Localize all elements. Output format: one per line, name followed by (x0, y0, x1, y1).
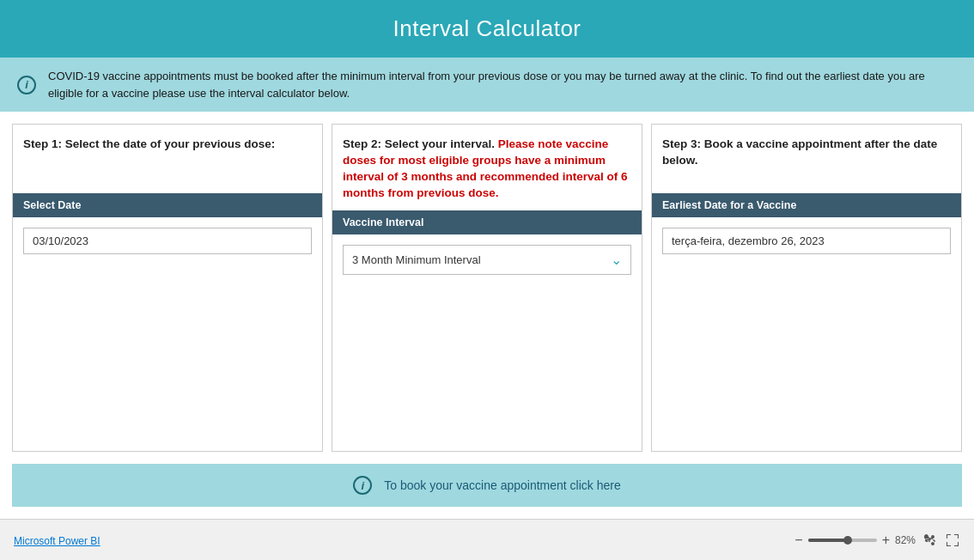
step2-header: Step 2: Select your interval. Please not… (332, 125, 642, 210)
footer-left: Microsoft Power BI (14, 533, 794, 548)
zoom-slider-fill (808, 539, 846, 542)
step2-subheader: Vaccine Interval (332, 210, 642, 234)
zoom-in-button[interactable]: + (882, 533, 890, 548)
step2-body: 3 Month Minimum Interval ⌄ (332, 234, 642, 451)
step1-card: Step 1: Select the date of your previous… (12, 124, 323, 452)
info-banner: i COVID-19 vaccine appointments must be … (0, 58, 974, 112)
footer-right (921, 533, 960, 548)
zoom-out-button[interactable]: − (794, 533, 802, 548)
step1-header: Step 1: Select the date of your previous… (13, 125, 322, 193)
info-icon: i (17, 76, 36, 94)
powerbi-link[interactable]: Microsoft Power BI (14, 535, 100, 547)
zoom-slider-wrapper (808, 539, 877, 542)
chevron-down-icon: ⌄ (611, 252, 622, 268)
step3-header: Step 3: Book a vaccine appointment after… (652, 125, 961, 193)
page-title: Interval Calculator (0, 0, 974, 58)
footer: Microsoft Power BI − + 82% (0, 519, 974, 560)
step2-header-normal: Step 2: Select your interval. (343, 137, 498, 150)
book-vaccine-banner[interactable]: i To book your vaccine appointment click… (12, 464, 962, 507)
step2-card: Step 2: Select your interval. Please not… (332, 124, 642, 452)
book-info-icon: i (353, 476, 372, 495)
info-banner-text: COVID-19 vaccine appointments must be bo… (48, 68, 957, 101)
steps-row: Step 1: Select the date of your previous… (12, 124, 962, 452)
zoom-slider[interactable] (808, 539, 877, 542)
fullscreen-icon[interactable] (945, 533, 960, 548)
dropdown-value: 3 Month Minimum Interval (352, 253, 481, 266)
earliest-date-result: terça-feira, dezembro 26, 2023 (662, 228, 951, 254)
date-input[interactable]: 03/10/2023 (23, 228, 312, 254)
step3-subheader: Earliest Date for a Vaccine (652, 193, 961, 217)
share-icon[interactable] (921, 533, 936, 548)
zoom-controls: − + 82% (794, 533, 921, 548)
vaccine-interval-dropdown[interactable]: 3 Month Minimum Interval ⌄ (343, 245, 631, 275)
step3-card: Step 3: Book a vaccine appointment after… (651, 124, 962, 452)
zoom-percent-label: 82% (895, 534, 921, 546)
step1-subheader: Select Date (13, 193, 322, 217)
step3-body: terça-feira, dezembro 26, 2023 (652, 217, 961, 451)
step1-body: 03/10/2023 (13, 217, 322, 451)
zoom-slider-thumb (843, 536, 852, 545)
book-banner-text: To book your vaccine appointment click h… (384, 478, 620, 492)
